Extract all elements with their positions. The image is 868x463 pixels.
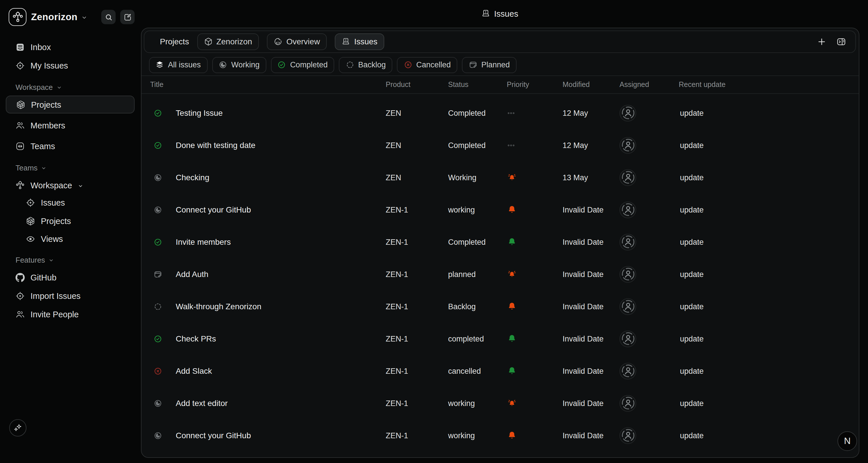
layout-panel-button[interactable] (836, 36, 846, 46)
sidebar-item-issues[interactable]: Issues (16, 195, 134, 211)
table-row[interactable]: Add text editorZEN-1workingInvalid Dateu… (141, 387, 859, 419)
planned-icon (468, 60, 477, 69)
filter-cancelled[interactable]: Cancelled (397, 57, 457, 73)
section-label-workspace[interactable]: Workspace (6, 83, 134, 92)
priority-cell (507, 334, 562, 343)
filter-label: Cancelled (416, 60, 451, 69)
assignee-avatar (620, 330, 636, 347)
issue-modified: Invalid Date (562, 302, 620, 311)
sidebar-item-invite-people[interactable]: Invite People (6, 305, 134, 323)
assigned-cell (620, 201, 678, 218)
issue-recent-update: update (678, 173, 859, 182)
table-row[interactable]: Check PRsZEN-1completedInvalid Dateupdat… (141, 322, 859, 355)
assigned-cell (620, 233, 678, 250)
add-issue-button[interactable] (817, 36, 827, 46)
assignee-avatar (620, 233, 636, 250)
compose-button[interactable] (120, 10, 134, 24)
sidebar-item-github[interactable]: GitHub (6, 268, 134, 286)
sidebar-item-label: My Issues (30, 61, 68, 70)
assignee-avatar (620, 169, 636, 186)
status-check-circle-icon (153, 237, 162, 246)
assignee-avatar (620, 427, 636, 444)
filter-label: Backlog (358, 60, 386, 69)
sidebar-item-workspace[interactable]: Workspace (6, 176, 134, 194)
priority-cell (507, 269, 562, 279)
table-row[interactable]: Connect your GitHubZEN-1workingInvalid D… (141, 419, 859, 452)
table-row[interactable]: Add AuthZEN-1plannedInvalid Dateupdate (141, 258, 859, 290)
table-header: Title Product Status Priority Modified A… (141, 76, 859, 94)
sidebar-item-label: Import Issues (30, 291, 81, 300)
status-check-circle-icon (153, 334, 162, 343)
filter-planned[interactable]: Planned (462, 57, 516, 73)
chevron-down-icon (78, 183, 84, 189)
sidebar-item-my-issues[interactable]: My Issues (6, 56, 134, 74)
layers-icon (155, 60, 164, 69)
status-icon-cell (141, 109, 166, 117)
tab-zenorizon[interactable]: Zenorizon (197, 33, 259, 50)
table-row[interactable]: Add SlackZEN-1cancelledInvalid Dateupdat… (141, 355, 859, 387)
table-row[interactable]: Connect your GitHubZEN-1workingInvalid D… (141, 194, 859, 226)
issue-modified: Invalid Date (562, 237, 620, 246)
tab-issues[interactable]: Issues (335, 33, 384, 50)
priority-cell (507, 205, 562, 214)
issue-status: Working (448, 173, 507, 182)
avatar-person-icon (620, 428, 635, 443)
sidebar-item-teams[interactable]: Teams (6, 137, 134, 155)
section-label-features[interactable]: Features (6, 256, 134, 264)
issue-title: Add Auth (166, 269, 386, 279)
section-label-teams[interactable]: Teams (6, 164, 134, 172)
issues-icon (482, 9, 490, 18)
priority-bell-ring-icon (507, 269, 517, 279)
issue-product: ZEN (386, 109, 448, 117)
filter-completed[interactable]: Completed (271, 57, 335, 73)
issue-title: Testing Issue (166, 108, 386, 117)
workspace-switcher[interactable]: Zenorizon (31, 11, 87, 23)
status-planned-icon (153, 270, 162, 279)
issue-product: ZEN-1 (386, 270, 448, 279)
table-row[interactable]: Testing IssueZENCompleted12 Mayupdate (141, 97, 859, 129)
assistant-button[interactable] (9, 419, 27, 436)
assignee-avatar (620, 201, 636, 218)
sidebar-item-projects[interactable]: Projects (6, 95, 134, 113)
tab-label: Issues (354, 37, 377, 46)
sidebar-item-import-issues[interactable]: Import Issues (6, 287, 134, 305)
table-row[interactable]: CheckingZENWorking13 Mayupdate (141, 161, 859, 194)
issue-status: cancelled (448, 367, 507, 375)
breadcrumb-tabs-bar: Projects ZenorizonOverviewIssues (144, 30, 856, 53)
filter-label: Completed (290, 60, 328, 69)
breadcrumb-projects[interactable]: Projects (160, 37, 189, 46)
sidebar-item-label: Members (30, 121, 65, 130)
col-priority: Priority (507, 81, 562, 89)
tab-overview[interactable]: Overview (267, 33, 327, 50)
sidebar-item-label: Views (41, 234, 63, 243)
issue-modified: Invalid Date (562, 431, 620, 440)
issue-title: Check PRs (166, 334, 386, 343)
table-row[interactable]: Done with testing dateZENCompleted12 May… (141, 129, 859, 161)
filter-working[interactable]: Working (212, 57, 266, 73)
issue-status: Completed (448, 237, 507, 246)
issue-modified: 12 May (562, 109, 620, 117)
issue-title: Connect your GitHub (166, 431, 386, 440)
filter-all-issues[interactable]: All issues (149, 57, 207, 73)
filter-backlog[interactable]: Backlog (339, 57, 392, 73)
nextjs-badge[interactable]: N (838, 431, 857, 451)
table-row[interactable]: Invite membersZEN-1CompletedInvalid Date… (141, 226, 859, 258)
assignee-avatar (620, 363, 636, 379)
assignee-avatar (620, 298, 636, 315)
priority-bell-icon (507, 302, 517, 311)
priority-bell-icon (507, 334, 517, 343)
search-button[interactable] (101, 10, 116, 24)
sidebar-item-inbox[interactable]: Inbox (6, 38, 134, 56)
sidebar-item-projects[interactable]: Projects (16, 213, 134, 229)
priority-cell (507, 173, 562, 182)
table-row[interactable]: Walk-through ZenorizonZEN-1BacklogInvali… (141, 290, 859, 322)
sidebar-item-members[interactable]: Members (6, 116, 134, 134)
status-icon-cell (141, 237, 166, 246)
search-icon (104, 13, 113, 21)
issue-modified: 13 May (562, 173, 620, 182)
issue-recent-update: update (678, 302, 859, 311)
sidebar-item-views[interactable]: Views (16, 231, 134, 247)
filter-label: All issues (168, 60, 201, 69)
col-assigned: Assigned (620, 81, 678, 89)
avatar-person-icon (620, 396, 635, 411)
